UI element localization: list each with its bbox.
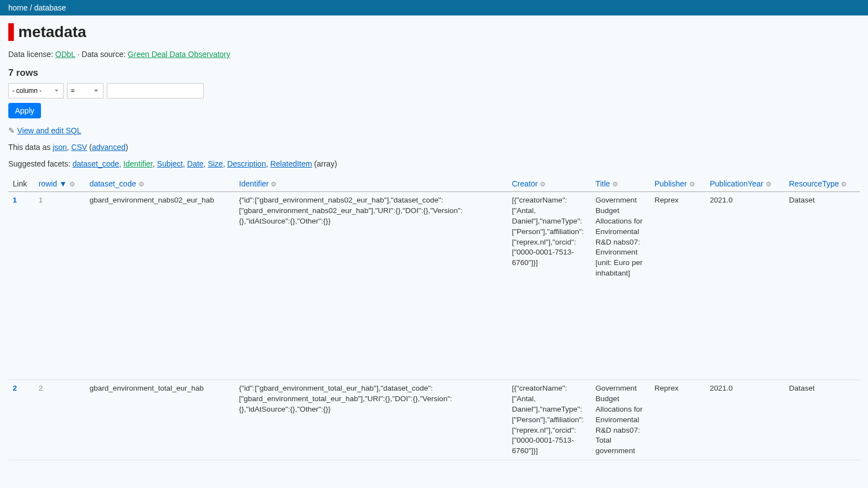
col-publisher[interactable]: Publisher ⚙ — [650, 176, 705, 192]
breadcrumb-db[interactable]: database — [34, 3, 66, 12]
filter-operator-select[interactable]: = — [67, 83, 104, 98]
gear-icon[interactable]: ⚙ — [540, 180, 546, 188]
facet-link[interactable]: Subject — [157, 159, 183, 168]
cell-year: 2021.0 — [705, 192, 784, 380]
gear-icon[interactable]: ⚙ — [271, 180, 277, 188]
data-table: Link rowid ▼ ⚙ dataset_code ⚙ Identifier… — [8, 176, 860, 460]
col-identifier[interactable]: Identifier ⚙ — [235, 176, 508, 192]
gear-icon[interactable]: ⚙ — [138, 180, 144, 188]
gear-icon[interactable]: ⚙ — [689, 180, 695, 188]
facet-link[interactable]: RelatedItem — [270, 159, 312, 168]
table-header-row: Link rowid ▼ ⚙ dataset_code ⚙ Identifier… — [8, 176, 860, 192]
col-year[interactable]: PublicationYear ⚙ — [705, 176, 784, 192]
cell-publisher: Reprex — [650, 192, 705, 380]
facet-link[interactable]: Description — [227, 159, 266, 168]
apply-button[interactable]: Apply — [8, 103, 41, 118]
export-json[interactable]: json — [53, 143, 67, 152]
facet-link[interactable]: Date — [187, 159, 204, 168]
cell-rowid: 1 — [34, 192, 85, 380]
facet-link[interactable]: Identifier — [123, 159, 153, 168]
breadcrumb: home / database — [0, 0, 868, 15]
cell-creator: [{"creatorName":["Antal, Daniel"],"nameT… — [508, 192, 591, 380]
col-link: Link — [8, 176, 34, 192]
cell-link[interactable]: 1 — [8, 192, 34, 380]
facets-line: Suggested facets: dataset_code, Identifi… — [8, 159, 860, 168]
cell-publisher: Reprex — [650, 380, 705, 460]
sql-line: ✎View and edit SQL — [8, 126, 860, 135]
row-count: 7 rows — [8, 68, 860, 79]
breadcrumb-home[interactable]: home — [8, 3, 28, 12]
filter-row: - column - = — [8, 83, 860, 98]
license-line: Data license: ODbL · Data source: Green … — [8, 50, 860, 59]
cell-dataset-code: gbard_environment_nabs02_eur_hab — [85, 192, 235, 380]
col-rowid[interactable]: rowid ▼ ⚙ — [34, 176, 85, 192]
pencil-icon: ✎ — [8, 126, 15, 135]
filter-value-input[interactable] — [107, 83, 204, 98]
facet-link[interactable]: dataset_code — [73, 159, 119, 168]
export-line: This data as json, CSV (advanced) — [8, 143, 860, 152]
page-title: metadata — [8, 23, 860, 41]
cell-title: Government Budget Allocations for Enviro… — [591, 380, 650, 460]
cell-year: 2021.0 — [705, 380, 784, 460]
gear-icon[interactable]: ⚙ — [612, 180, 618, 188]
cell-identifier: {"id":["gbard_environment_total_eur_hab"… — [235, 380, 508, 460]
export-csv[interactable]: CSV — [71, 143, 87, 152]
col-dataset-code[interactable]: dataset_code ⚙ — [85, 176, 235, 192]
col-title[interactable]: Title ⚙ — [591, 176, 650, 192]
gear-icon[interactable]: ⚙ — [69, 180, 75, 188]
cell-dataset-code: gbard_environment_total_eur_hab — [85, 380, 235, 460]
facet-link[interactable]: Size — [208, 159, 223, 168]
filter-column-select[interactable]: - column - — [8, 83, 64, 98]
col-rtype[interactable]: ResourceType ⚙ — [784, 176, 860, 192]
cell-rtype: Dataset — [784, 380, 860, 460]
gear-icon[interactable]: ⚙ — [841, 180, 847, 188]
cell-rtype: Dataset — [784, 192, 860, 380]
cell-title: Government Budget Allocations for Enviro… — [591, 192, 650, 380]
license-link[interactable]: ODbL — [55, 50, 75, 59]
export-advanced[interactable]: advanced — [92, 143, 126, 152]
gear-icon[interactable]: ⚙ — [766, 180, 772, 188]
table-row: 1 1 gbard_environment_nabs02_eur_hab {"i… — [8, 192, 860, 380]
cell-link[interactable]: 2 — [8, 380, 34, 460]
table-row: 2 2 gbard_environment_total_eur_hab {"id… — [8, 380, 860, 460]
cell-creator: [{"creatorName":["Antal, Daniel"],"nameT… — [508, 380, 591, 460]
col-creator[interactable]: Creator ⚙ — [508, 176, 591, 192]
source-link[interactable]: Green Deal Data Observatory — [128, 50, 230, 59]
edit-sql-link[interactable]: View and edit SQL — [17, 126, 81, 135]
cell-identifier: {"id":["gbard_environment_nabs02_eur_hab… — [235, 192, 508, 380]
cell-rowid: 2 — [34, 380, 85, 460]
